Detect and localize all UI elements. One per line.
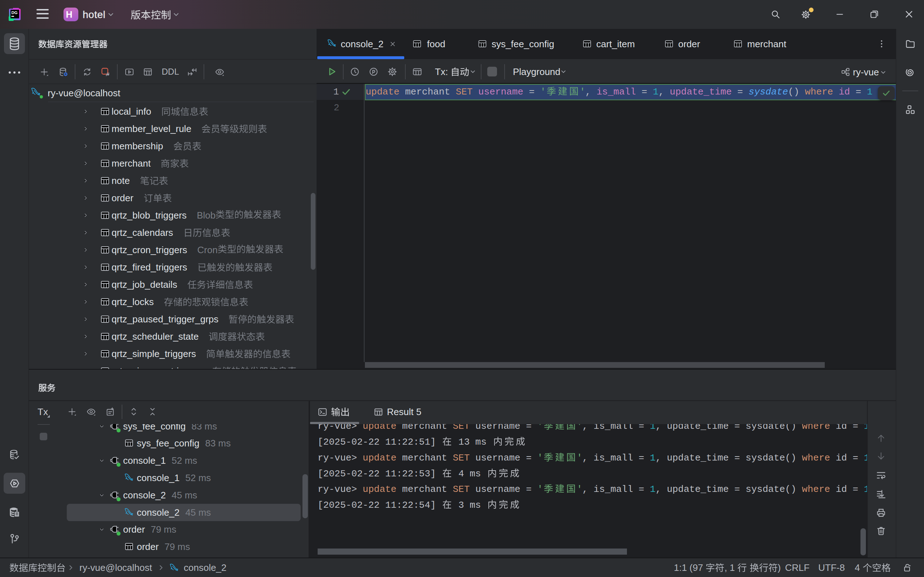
svg-text:DG: DG — [11, 10, 18, 15]
